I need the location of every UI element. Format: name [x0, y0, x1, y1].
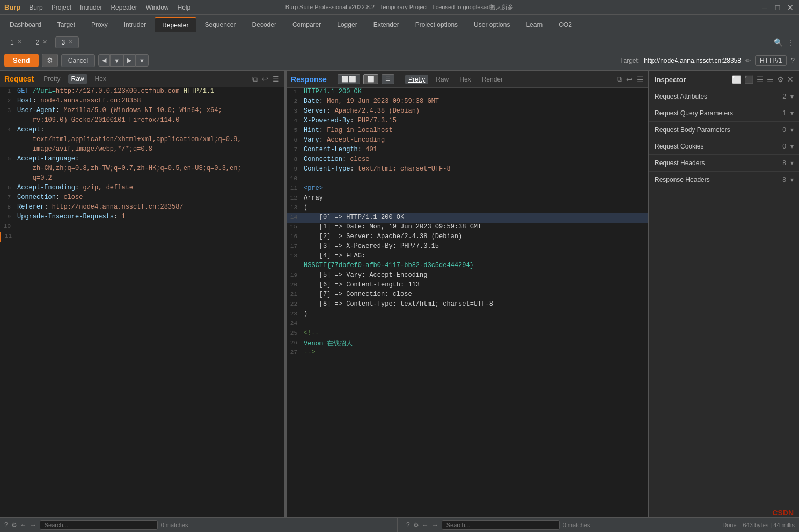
inspector-response-headers: Response Headers 8 ▾ — [649, 172, 799, 188]
resp-line-20: 20 [6] => Content-Length: 113 — [287, 281, 648, 291]
response-horiz-view[interactable]: ☰ — [382, 74, 394, 84]
nav-tab-decoder[interactable]: Decoder — [245, 18, 284, 32]
resp-line-6: 6 Vary: Accept-Encoding — [287, 136, 648, 146]
resp-line-9: 9 Content-Type: text/html; charset=UTF-8 — [287, 165, 648, 175]
nav-tab-repeater[interactable]: Repeater — [155, 17, 196, 32]
request-search-input[interactable] — [40, 520, 158, 530]
nav-tab-dashboard[interactable]: Dashboard — [2, 18, 49, 32]
inspector-gear-icon[interactable]: ⚙ — [777, 75, 784, 84]
help-icon[interactable]: ? — [791, 57, 795, 64]
forward-button[interactable]: ▶ — [123, 54, 135, 66]
http-version-badge[interactable]: HTTP/1 — [755, 55, 787, 66]
response-tab-render[interactable]: Render — [479, 75, 506, 84]
response-tab-hex[interactable]: Hex — [456, 75, 474, 84]
inspector-close-icon[interactable]: ✕ — [787, 75, 794, 84]
search-tab-icon[interactable]: 🔍 — [774, 38, 783, 47]
response-search-input[interactable] — [442, 520, 560, 530]
response-action-menu[interactable]: ☰ — [637, 75, 644, 84]
nav-tab-logger[interactable]: Logger — [329, 18, 364, 32]
menu-window[interactable]: Window — [146, 4, 169, 11]
inspector-single-icon[interactable]: ⬛ — [744, 75, 753, 84]
repeater-tab-1[interactable]: 1 ✕ — [4, 36, 28, 48]
request-code-area[interactable]: 1 GET /?url=http://127.0.0.123%00.ctfhub… — [0, 87, 284, 517]
cancel-button[interactable]: Cancel — [61, 54, 95, 67]
add-tab-button[interactable]: + — [81, 39, 85, 46]
back-dropdown-button[interactable]: ▼ — [110, 54, 123, 66]
request-tab-raw[interactable]: Raw — [68, 74, 87, 84]
close-button[interactable]: ✕ — [786, 3, 795, 12]
repeater-tab-3[interactable]: 3 ✕ — [55, 36, 79, 48]
request-action-copy[interactable]: ⧉ — [252, 75, 258, 84]
inspector-split-icon[interactable]: ⬜ — [732, 75, 741, 84]
maximize-button[interactable]: □ — [773, 3, 782, 12]
nav-tab-target[interactable]: Target — [50, 18, 83, 32]
nav-tab-intruder[interactable]: Intruder — [116, 18, 153, 32]
nav-tab-co2[interactable]: CO2 — [551, 18, 580, 32]
req-line-10: 10 — [0, 223, 284, 232]
resp-help-icon[interactable]: ? — [406, 521, 410, 529]
nav-tab-project-options[interactable]: Project options — [408, 18, 465, 32]
request-action-wrap[interactable]: ↩ — [262, 75, 268, 83]
menu-intruder[interactable]: Intruder — [80, 4, 102, 11]
response-action-wrap[interactable]: ↩ — [626, 75, 633, 84]
send-button[interactable]: Send — [4, 54, 39, 67]
inspector-body-params-label: Request Body Parameters — [655, 126, 782, 134]
nav-tab-sequencer[interactable]: Sequencer — [197, 18, 244, 32]
nav-tab-extender[interactable]: Extender — [366, 18, 407, 32]
send-options-button[interactable]: ⚙ — [42, 54, 58, 67]
inspector-response-headers-label: Response Headers — [655, 176, 782, 183]
close-tab-1-icon[interactable]: ✕ — [17, 39, 22, 46]
resp-settings-icon[interactable]: ⚙ — [413, 521, 419, 529]
req-line-8: 8 Referer: http://node4.anna.nssctf.cn:2… — [0, 203, 284, 213]
req-help-icon[interactable]: ? — [4, 521, 8, 529]
inspector-request-headers-chevron: ▾ — [790, 159, 794, 167]
resp-line-12: 12 Array — [287, 194, 648, 204]
menu-project[interactable]: Project — [52, 4, 71, 11]
inspector-columns-icon[interactable]: ⚌ — [767, 75, 774, 84]
req-settings-icon[interactable]: ⚙ — [11, 521, 17, 529]
forward-dropdown-button[interactable]: ▼ — [135, 54, 149, 66]
close-tab-2-icon[interactable]: ✕ — [42, 39, 47, 46]
inspector-cookies-header[interactable]: Request Cookies 0 ▾ — [649, 138, 799, 154]
response-tab-pretty[interactable]: Pretty — [405, 75, 428, 84]
back-button[interactable]: ◀ — [98, 54, 110, 66]
inspector-request-headers-header[interactable]: Request Headers 8 ▾ — [649, 155, 799, 171]
resp-line-19: 19 [5] => Vary: Accept-Encoding — [287, 271, 648, 281]
request-action-menu[interactable]: ☰ — [273, 75, 280, 83]
nav-tab-user-options[interactable]: User options — [466, 18, 517, 32]
minimize-button[interactable]: ─ — [760, 3, 769, 12]
inspector-query-params-header[interactable]: Request Query Parameters 1 ▾ — [649, 105, 799, 121]
response-code-area[interactable]: 1 HTTP/1.1 200 OK 2 Date: Mon, 19 Jun 20… — [287, 88, 648, 517]
resp-back-icon[interactable]: ← — [422, 521, 429, 529]
tab-options-icon[interactable]: ⋮ — [787, 38, 795, 47]
status-info: Done 643 bytes | 44 millis — [722, 522, 795, 528]
edit-target-icon[interactable]: ✏ — [745, 57, 751, 64]
response-view-tabs: Pretty Raw Hex Render — [405, 75, 506, 84]
response-bottom-bar: ? ⚙ ← → 0 matches Done 643 bytes | 44 mi… — [402, 518, 795, 532]
title-bar-left: Burp Burp Project Intruder Repeater Wind… — [4, 3, 190, 11]
request-tab-pretty[interactable]: Pretty — [40, 74, 63, 84]
request-tab-hex[interactable]: Hex — [92, 74, 109, 84]
close-tab-3-icon[interactable]: ✕ — [68, 39, 73, 46]
inspector-body-params-header[interactable]: Request Body Parameters 0 ▾ — [649, 122, 799, 138]
response-single-view[interactable]: ⬜ — [363, 74, 378, 84]
inspector-request-attributes-count: 2 — [782, 93, 786, 100]
req-forward-icon[interactable]: → — [30, 521, 36, 529]
resp-forward-icon[interactable]: → — [432, 521, 438, 529]
menu-burp[interactable]: Burp — [29, 4, 42, 11]
menu-help[interactable]: Help — [177, 4, 190, 11]
inspector-list-icon[interactable]: ☰ — [757, 75, 764, 84]
response-tab-raw[interactable]: Raw — [433, 75, 452, 84]
nav-tab-proxy[interactable]: Proxy — [84, 18, 115, 32]
response-split-view[interactable]: ⬜⬜ — [338, 74, 360, 84]
inspector-request-attributes-header[interactable]: Request Attributes 2 ▾ — [649, 88, 799, 105]
inspector-response-headers-header[interactable]: Response Headers 8 ▾ — [649, 172, 799, 188]
response-action-copy[interactable]: ⧉ — [617, 75, 622, 84]
target-info: Target: http://node4.anna.nssctf.cn:2835… — [620, 55, 795, 66]
repeater-tab-2[interactable]: 2 ✕ — [30, 36, 54, 48]
inspector-request-headers-count: 8 — [782, 159, 786, 167]
nav-tab-comparer[interactable]: Comparer — [285, 18, 328, 32]
menu-repeater[interactable]: Repeater — [111, 4, 137, 11]
req-back-icon[interactable]: ← — [20, 521, 27, 529]
nav-tab-learn[interactable]: Learn — [518, 18, 550, 32]
